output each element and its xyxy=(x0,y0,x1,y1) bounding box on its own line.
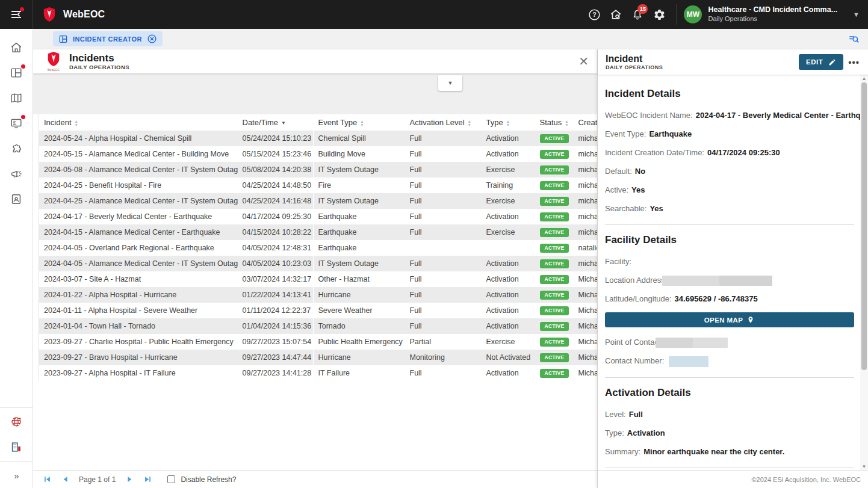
open-map-button[interactable]: OPEN MAP xyxy=(605,312,854,327)
detail-title: Incident xyxy=(606,54,663,64)
field-label: Point of Contact: xyxy=(605,338,663,347)
edit-button[interactable]: EDIT xyxy=(799,54,843,70)
notification-count-badge: 15 xyxy=(637,4,648,14)
incident-row[interactable]: 2024-01-22 - Alpha Hospital - Hurricane0… xyxy=(39,287,598,303)
column-header-status[interactable]: Status▲▼ xyxy=(535,114,574,131)
status-badge: ACTIVE xyxy=(540,165,569,175)
menu-collapse-button[interactable] xyxy=(0,0,33,29)
incident-row[interactable]: 2024-04-05 - Alamance Medical Center - I… xyxy=(39,256,598,271)
help-button[interactable]: ? xyxy=(583,4,605,25)
incident-row[interactable]: 2024-03-07 - Site A - Hazmat03/07/2024 1… xyxy=(39,271,598,287)
cell: Severe Weather xyxy=(314,303,405,318)
avatar[interactable]: MW xyxy=(684,5,702,23)
incident-row[interactable]: 2024-04-25 - Benefit Hospital - Fire04/2… xyxy=(39,178,598,193)
status-cell: ACTIVE xyxy=(535,365,574,381)
notifications-button[interactable]: 15 xyxy=(627,4,648,25)
settings-button[interactable] xyxy=(648,4,670,25)
cell: Earthquake xyxy=(314,224,405,240)
sidebar-item-boards[interactable] xyxy=(0,60,33,85)
incident-row[interactable]: 2024-04-17 - Beverly Medical Center - Ea… xyxy=(39,209,598,224)
detail-scrollbar[interactable]: ▲ ▼ xyxy=(860,75,868,470)
status-cell: ACTIVE xyxy=(535,146,574,162)
incident-row[interactable]: 2024-01-04 - Town Hall - Tornado01/04/20… xyxy=(39,318,598,334)
sidebar-item-status-board[interactable] xyxy=(0,111,33,136)
top-bar: WebEOC ? 15 MW xyxy=(0,0,868,29)
open-map-label: OPEN MAP xyxy=(704,317,743,324)
detail-field: Contact Number: xyxy=(605,356,854,367)
incident-row[interactable]: 2023-09-27 - Bravo Hospital - Hurricane0… xyxy=(39,350,598,365)
board-toolbar-area: ▼ xyxy=(33,73,597,114)
scroll-down-arrow[interactable]: ▼ xyxy=(860,463,868,470)
incident-row[interactable]: 2024-05-24 - Alpha Hospital - Chemical S… xyxy=(39,131,598,146)
cell: 2023-09-27 - Charlie Hospital - Public H… xyxy=(39,334,238,350)
cell: Activation xyxy=(482,287,535,303)
sidebar-item-plugins[interactable] xyxy=(0,136,33,161)
disable-refresh-checkbox[interactable] xyxy=(167,475,175,483)
status-badge: ACTIVE xyxy=(540,291,569,300)
sidebar-item-organization[interactable] xyxy=(0,434,33,460)
cell: IT System Outage xyxy=(314,256,405,271)
sidebar-expand-button[interactable]: » xyxy=(0,463,33,488)
cell: Full xyxy=(405,209,482,224)
detail-field: WebEOC Incident Name:2024-04-17 - Beverl… xyxy=(605,110,854,121)
account-menu[interactable]: Healthcare - CMD Incident Comma... Daily… xyxy=(708,5,837,23)
close-icon[interactable]: ✕ xyxy=(578,55,589,67)
cell: 09/27/2023 14:47:44 xyxy=(238,350,314,365)
cell: 01/11/2024 12:22:37 xyxy=(238,303,314,318)
expand-toolbar-button[interactable]: ▼ xyxy=(438,75,462,91)
scroll-up-arrow[interactable]: ▲ xyxy=(860,75,868,82)
sort-desc-icon: ▼ xyxy=(281,120,286,126)
section-divider xyxy=(605,468,854,468)
status-badge: ACTIVE xyxy=(540,212,569,221)
incidents-table: Incident▲▼Date/Time▼Event Type▲▼Activati… xyxy=(39,114,597,381)
column-header-date-time[interactable]: Date/Time▼ xyxy=(238,114,314,131)
column-header-event-type[interactable]: Event Type▲▼ xyxy=(314,114,405,131)
scrollbar-thumb[interactable] xyxy=(861,82,867,370)
filter-search-button[interactable] xyxy=(848,33,860,45)
incident-row[interactable]: 2024-05-08 - Alamance Medical Center - I… xyxy=(39,162,598,178)
chevron-down-icon[interactable]: ▼ xyxy=(853,11,860,18)
incident-row[interactable]: 2024-05-15 - Alamance Medical Center - B… xyxy=(39,146,598,162)
column-header-type[interactable]: Type▲▼ xyxy=(482,114,535,131)
incident-row[interactable]: 2024-04-25 - Alamance Medical Center - I… xyxy=(39,193,598,209)
field-value: 2024-04-17 - Beverly Medical Center - Ea… xyxy=(696,111,860,120)
home-icon xyxy=(10,41,23,54)
incident-row[interactable]: 2023-09-27 - Charlie Hospital - Public H… xyxy=(39,334,598,350)
pencil-icon xyxy=(828,58,836,66)
sidebar-item-contacts[interactable] xyxy=(0,187,33,212)
sidebar-item-announcements[interactable] xyxy=(0,161,33,187)
tab-incident-creator[interactable]: INCIDENT CREATOR xyxy=(53,31,163,46)
sort-icon: ▲▼ xyxy=(565,120,568,127)
incident-row[interactable]: 2024-04-05 - Overland Park Regional - Ea… xyxy=(39,240,598,256)
more-options-icon[interactable]: ••• xyxy=(848,57,860,67)
close-circle-icon[interactable] xyxy=(147,34,157,44)
home-settings-button[interactable] xyxy=(605,4,627,25)
field-value: Activation xyxy=(627,428,665,437)
incident-row[interactable]: 2023-09-27 - Alpha Hospital - IT Failure… xyxy=(39,365,598,381)
disable-refresh-control[interactable]: Disable Refresh? xyxy=(167,475,236,484)
sidebar-item-global-network[interactable] xyxy=(0,409,33,434)
column-header-activation-level[interactable]: Activation Level▲▼ xyxy=(405,114,482,131)
incident-row[interactable]: 2024-04-15 - Alamance Medical Center - E… xyxy=(39,224,598,240)
incident-row[interactable]: 2024-01-11 - Alpha Hospital - Severe Wea… xyxy=(39,303,598,318)
cell: Not Activated xyxy=(482,350,535,365)
cell: 03/07/2024 14:32:17 xyxy=(238,271,314,287)
detail-subtitle: DAILY OPERATIONS xyxy=(606,64,663,70)
cell: 04/17/2024 09:25:30 xyxy=(238,209,314,224)
next-page-icon xyxy=(125,475,134,484)
cell: Full xyxy=(405,146,482,162)
column-header-created-by[interactable]: Created By▲▼ xyxy=(574,114,598,131)
next-page-button[interactable] xyxy=(120,473,138,486)
cell: 05/08/2024 14:20:38 xyxy=(238,162,314,178)
column-header-incident[interactable]: Incident▲▼ xyxy=(39,114,238,131)
first-page-button[interactable] xyxy=(38,473,56,486)
cell: 2024-04-05 - Alamance Medical Center - I… xyxy=(39,256,238,271)
previous-page-button[interactable] xyxy=(56,473,74,486)
table-header-row: Incident▲▼Date/Time▼Event Type▲▼Activati… xyxy=(39,114,598,131)
last-page-button[interactable] xyxy=(138,473,157,486)
cell: Full xyxy=(405,303,482,318)
shield-logo-icon xyxy=(46,51,61,67)
sidebar-item-maps[interactable] xyxy=(0,85,33,111)
detail-field: Event Type:Earthquake xyxy=(605,129,854,140)
sidebar-item-home[interactable] xyxy=(0,35,33,60)
